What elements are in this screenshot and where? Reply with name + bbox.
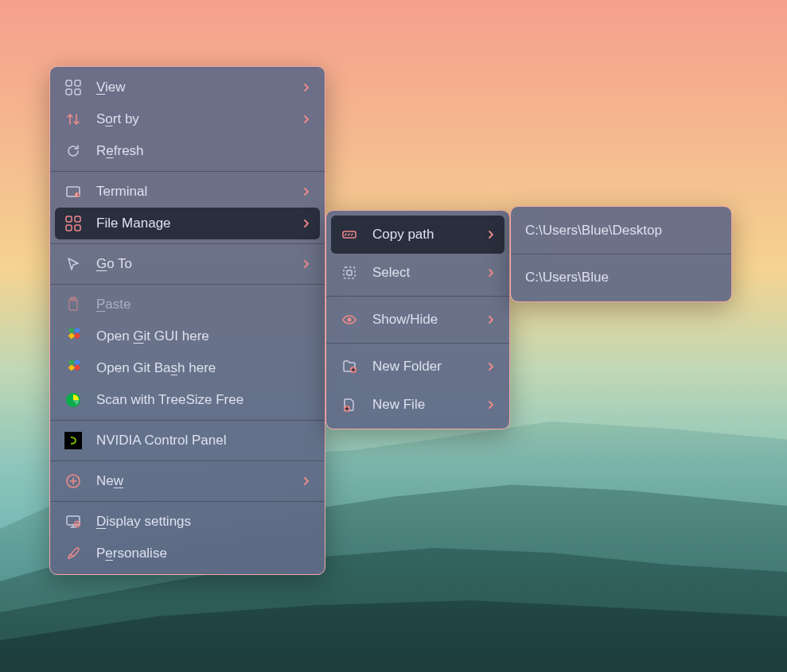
menu-item-paste: Paste xyxy=(50,289,325,320)
grid-icon xyxy=(64,215,82,232)
menu-item-nvidia[interactable]: NVIDIA Control Panel xyxy=(50,425,325,456)
svg-rect-16 xyxy=(68,328,75,333)
menu-item-refresh[interactable]: Refresh xyxy=(50,135,325,167)
menu-item-goto[interactable]: Go To xyxy=(50,248,325,280)
menu-item-gitbash[interactable]: Open Git Bash here xyxy=(50,352,325,384)
menu-item-label: Show/Hide xyxy=(372,312,487,328)
menu-item-label: Open Git GUI here xyxy=(96,328,310,344)
chevron-right-icon xyxy=(487,316,495,324)
menu-item-label: Open Git Bash here xyxy=(96,360,310,376)
menu-item-label: Paste xyxy=(96,297,310,313)
menu-item-copypath[interactable]: Copy path xyxy=(331,216,505,254)
menu-item-gitgui[interactable]: Open Git GUI here xyxy=(50,320,325,352)
menu-item-label: File Manage xyxy=(96,216,302,231)
treesize-icon xyxy=(64,391,82,409)
menu-item-treesize[interactable]: Scan with TreeSize Free xyxy=(50,384,325,416)
svg-point-30 xyxy=(348,318,352,322)
svg-rect-28 xyxy=(344,267,355,278)
git-icon xyxy=(64,328,82,345)
menu-item-label: NVIDIA Control Panel xyxy=(96,433,310,449)
menu-separator xyxy=(50,171,325,172)
terminal-icon xyxy=(64,183,82,200)
context-menu-primary: ViewSort byRefreshTerminalFile ManageGo … xyxy=(49,66,325,575)
menu-item-display[interactable]: Display settings xyxy=(50,506,325,538)
svg-rect-3 xyxy=(75,89,80,95)
context-menu-submenu: Copy pathSelectShow/HideNew FolderNew Fi… xyxy=(325,210,510,429)
context-menu-tertiary: C:\Users\Blue\DesktopC:\Users\Blue xyxy=(510,206,732,302)
svg-point-26 xyxy=(76,523,78,525)
menu-separator xyxy=(50,501,325,502)
menu-item-sortby[interactable]: Sort by xyxy=(50,103,325,135)
menu-item-label: Copy path xyxy=(372,227,487,243)
menu-item-label: New xyxy=(96,473,302,489)
menu-item-personalise[interactable]: Personalise xyxy=(50,538,325,569)
svg-rect-8 xyxy=(75,216,80,222)
menu-item-newfile[interactable]: New File xyxy=(326,386,509,424)
refresh-icon xyxy=(64,142,82,160)
chevron-right-icon xyxy=(302,84,310,91)
file-plus-icon xyxy=(341,396,358,414)
cursor-icon xyxy=(64,255,82,273)
menu-item-filemanage[interactable]: File Manage xyxy=(55,208,320,239)
menu-item-select[interactable]: Select xyxy=(326,254,509,292)
menu-separator xyxy=(50,284,325,285)
menu-separator xyxy=(50,460,325,461)
menu-item-label: Scan with TreeSize Free xyxy=(96,392,310,408)
grid-icon xyxy=(64,79,82,96)
menu-item-label: Terminal xyxy=(96,184,302,200)
menu-item-label: Select xyxy=(372,265,487,281)
chevron-right-icon xyxy=(487,231,495,239)
menu-separator xyxy=(326,343,509,344)
menu-item-label: Sort by xyxy=(96,111,302,127)
svg-rect-29 xyxy=(347,270,352,275)
menu-item-label: C:\Users\Blue\Desktop xyxy=(525,223,717,239)
menu-separator xyxy=(50,420,325,421)
menu-item-label: C:\Users\Blue xyxy=(525,270,717,286)
chevron-right-icon xyxy=(302,477,310,485)
path-icon xyxy=(341,226,358,243)
svg-rect-10 xyxy=(75,225,80,231)
paste-icon xyxy=(64,296,82,313)
folder-plus-icon xyxy=(341,358,358,375)
chevron-right-icon xyxy=(302,260,310,268)
menu-item-newfolder[interactable]: New Folder xyxy=(326,348,509,386)
menu-item-label: Display settings xyxy=(96,514,310,530)
chevron-right-icon xyxy=(302,115,310,123)
chevron-right-icon xyxy=(487,363,495,371)
brush-icon xyxy=(64,545,82,562)
svg-rect-20 xyxy=(68,360,75,365)
chevron-right-icon xyxy=(487,401,495,409)
menu-item-label: Personalise xyxy=(96,546,310,561)
plus-icon xyxy=(64,472,82,490)
select-icon xyxy=(341,264,358,282)
monitor-icon xyxy=(64,513,82,530)
menu-item-path1[interactable]: C:\Users\Blue\Desktop xyxy=(511,212,731,250)
eye-icon xyxy=(341,311,358,328)
menu-item-label: Refresh xyxy=(96,143,310,159)
nvidia-icon xyxy=(64,432,82,449)
menu-item-label: New Folder xyxy=(372,359,487,375)
sort-icon xyxy=(64,111,82,128)
svg-rect-9 xyxy=(66,225,72,231)
svg-rect-1 xyxy=(75,80,80,86)
svg-rect-7 xyxy=(66,216,72,222)
menu-separator xyxy=(50,243,325,244)
menu-item-showhide[interactable]: Show/Hide xyxy=(326,301,509,339)
menu-separator xyxy=(326,296,509,297)
chevron-right-icon xyxy=(302,188,310,196)
menu-separator xyxy=(511,254,731,254)
svg-rect-0 xyxy=(66,80,72,86)
svg-rect-22 xyxy=(64,432,82,449)
menu-item-label: Go To xyxy=(96,256,302,272)
svg-rect-2 xyxy=(66,89,72,95)
git-icon xyxy=(64,359,82,377)
chevron-right-icon xyxy=(487,269,495,277)
menu-item-label: New File xyxy=(372,397,487,413)
menu-item-view[interactable]: View xyxy=(50,72,325,103)
menu-item-label: View xyxy=(96,80,302,95)
chevron-right-icon xyxy=(302,219,310,227)
menu-item-path2[interactable]: C:\Users\Blue xyxy=(511,258,731,297)
menu-item-terminal[interactable]: Terminal xyxy=(50,176,325,208)
menu-item-new[interactable]: New xyxy=(50,465,325,497)
